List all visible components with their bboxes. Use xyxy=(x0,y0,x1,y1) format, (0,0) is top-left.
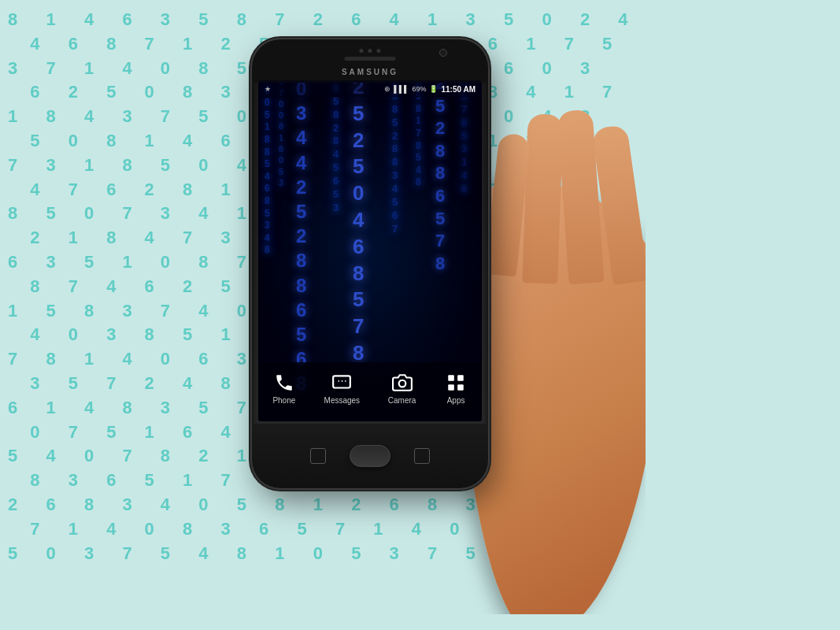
phone-camera xyxy=(439,49,447,57)
status-left-icon: ★ xyxy=(265,85,271,93)
phone-brand-label: SAMSUNG xyxy=(342,68,398,76)
matrix-col-4: 50582845653 xyxy=(333,80,339,215)
nav-label-messages: Messages xyxy=(324,396,361,405)
svg-rect-3 xyxy=(457,375,464,381)
hand-finger-3 xyxy=(522,113,563,284)
battery-percentage: 69% xyxy=(412,85,426,93)
nav-item-camera[interactable]: Camera xyxy=(388,372,416,405)
svg-point-1 xyxy=(398,380,405,387)
phone-bottom-bezel xyxy=(252,424,488,488)
status-bar: ★ ⊛ ▌▌▌ 69% 🔋 11:50 AM xyxy=(258,80,482,98)
time-display: 11:50 AM xyxy=(441,85,476,94)
matrix-col-3-bright: 0344252886568 xyxy=(296,80,306,395)
nav-label-phone: Phone xyxy=(272,396,295,405)
recent-button[interactable] xyxy=(414,448,430,464)
nav-item-messages[interactable]: Messages xyxy=(324,372,361,405)
matrix-col-6: 288528834567 xyxy=(392,80,398,236)
matrix-col-8-bright: 252886578 xyxy=(435,80,445,275)
apps-icon xyxy=(444,372,468,393)
battery-icon: 🔋 xyxy=(429,85,438,93)
phone-speaker xyxy=(345,57,396,61)
nav-item-phone[interactable]: Phone xyxy=(272,372,296,405)
back-button[interactable] xyxy=(310,448,326,464)
phone-icon xyxy=(272,372,296,393)
phone-top-bezel: SAMSUNG xyxy=(252,39,488,83)
messages-icon xyxy=(330,372,353,393)
camera-icon xyxy=(390,372,414,393)
wifi-icon: ⊛ xyxy=(384,85,390,93)
home-button[interactable] xyxy=(350,445,390,467)
matrix-col-9: 657853146 xyxy=(461,80,467,196)
phone-body: SAMSUNG 800518854685348 01700818053 xyxy=(252,39,488,488)
matrix-col-1: 800518854685348 xyxy=(265,80,270,257)
matrix-col-5-bright: 25250468578 xyxy=(353,80,364,367)
svg-rect-4 xyxy=(448,384,454,391)
phone-screen[interactable]: 800518854685348 01700818053 034425288656… xyxy=(258,80,482,421)
svg-rect-2 xyxy=(448,375,454,381)
signal-bars: ▌▌▌ xyxy=(394,85,409,93)
nav-item-apps[interactable]: Apps xyxy=(444,372,468,405)
nav-label-camera: Camera xyxy=(388,396,416,405)
svg-rect-5 xyxy=(457,384,464,391)
phone-nav-bar: Phone Messages xyxy=(258,362,482,421)
svg-rect-0 xyxy=(333,376,350,387)
nav-label-apps: Apps xyxy=(447,396,465,405)
status-right-group: ⊛ ▌▌▌ 69% 🔋 11:50 AM xyxy=(384,85,476,94)
